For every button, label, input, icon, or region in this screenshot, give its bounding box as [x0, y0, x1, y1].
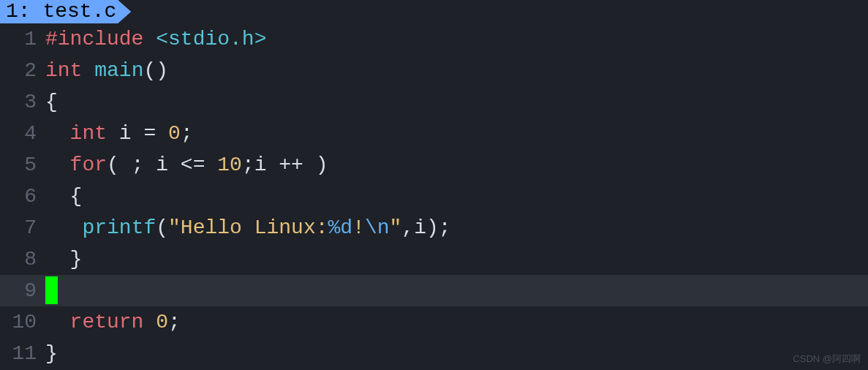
- token: \n: [365, 216, 390, 239]
- token: int: [45, 59, 82, 82]
- token: ": [390, 216, 402, 239]
- tab-filename: test.c: [42, 0, 116, 23]
- token: [143, 28, 156, 50]
- watermark: CSDN @阿四啊: [793, 352, 861, 366]
- token: }: [45, 342, 58, 365]
- token: 0: [168, 122, 181, 145]
- token: (): [143, 59, 168, 82]
- line-number: 5: [0, 149, 45, 181]
- code-content[interactable]: #include <stdio.h>: [45, 23, 868, 55]
- token: main: [94, 59, 143, 82]
- code-content[interactable]: [45, 275, 868, 306]
- token: #include: [45, 28, 143, 50]
- code-content[interactable]: printf("Hello Linux:%d!\n",i);: [45, 212, 868, 243]
- token: ,i);: [401, 216, 450, 239]
- code-line[interactable]: 2int main(): [0, 55, 868, 86]
- code-content[interactable]: return 0;: [45, 306, 868, 338]
- token: [82, 59, 94, 82]
- line-number: 7: [0, 212, 45, 243]
- token: [45, 311, 70, 333]
- token: "Hello Linux:: [168, 216, 328, 239]
- code-line[interactable]: 9: [0, 275, 868, 306]
- code-content[interactable]: {: [45, 181, 868, 212]
- code-line[interactable]: 8 }: [0, 243, 868, 275]
- code-line[interactable]: 4 int i = 0;: [0, 118, 868, 149]
- code-line[interactable]: 6 {: [0, 181, 868, 212]
- token: ;i: [242, 154, 279, 176]
- token: 10: [217, 154, 242, 176]
- token: ;: [168, 311, 181, 333]
- line-number: 9: [0, 275, 45, 306]
- token: {: [45, 185, 82, 208]
- token: return: [70, 311, 144, 333]
- token: {: [45, 91, 58, 113]
- line-number: 11: [0, 338, 45, 369]
- code-content[interactable]: int i = 0;: [45, 118, 868, 149]
- token: ( ; i: [107, 154, 181, 176]
- code-content[interactable]: }: [45, 338, 868, 369]
- token: =: [143, 122, 156, 145]
- tab-index: 1: [6, 0, 18, 23]
- line-number: 1: [0, 23, 45, 55]
- line-number: 6: [0, 181, 45, 212]
- line-number: 2: [0, 55, 45, 86]
- token: i: [107, 122, 143, 145]
- code-content[interactable]: }: [45, 243, 868, 275]
- token: (: [156, 216, 168, 239]
- token: [156, 122, 168, 145]
- tab-bar: 1: test.c: [0, 0, 868, 23]
- line-number: 8: [0, 243, 45, 275]
- code-line[interactable]: 1#include <stdio.h>: [0, 23, 868, 55]
- code-editor[interactable]: 1#include <stdio.h>2int main()3{4 int i …: [0, 23, 868, 369]
- token: }: [45, 248, 82, 271]
- code-content[interactable]: {: [45, 86, 868, 118]
- line-number: 10: [0, 306, 45, 338]
- token: ++: [279, 154, 303, 176]
- token: int: [70, 122, 107, 145]
- token: %d: [328, 216, 353, 239]
- code-content[interactable]: int main(): [45, 55, 868, 86]
- code-line[interactable]: 11}: [0, 338, 868, 369]
- code-line[interactable]: 10 return 0;: [0, 306, 868, 338]
- token: <stdio.h>: [156, 28, 266, 50]
- code-line[interactable]: 3{: [0, 86, 868, 118]
- token: [205, 154, 217, 176]
- token: for: [70, 154, 107, 176]
- token: [143, 311, 156, 333]
- token: ): [303, 154, 328, 176]
- line-number: 3: [0, 86, 45, 118]
- code-line[interactable]: 7 printf("Hello Linux:%d!\n",i);: [0, 212, 868, 243]
- cursor: [45, 276, 58, 304]
- line-number: 4: [0, 118, 45, 149]
- token: [45, 216, 82, 239]
- token: printf: [82, 216, 156, 239]
- token: !: [352, 216, 365, 239]
- token: <=: [181, 154, 205, 176]
- token: ;: [181, 122, 193, 145]
- token: 0: [156, 311, 168, 333]
- token: [45, 154, 70, 176]
- buffer-tab[interactable]: 1: test.c: [0, 0, 131, 23]
- code-line[interactable]: 5 for( ; i <= 10;i ++ ): [0, 149, 868, 181]
- code-content[interactable]: for( ; i <= 10;i ++ ): [45, 149, 868, 181]
- token: [45, 122, 70, 145]
